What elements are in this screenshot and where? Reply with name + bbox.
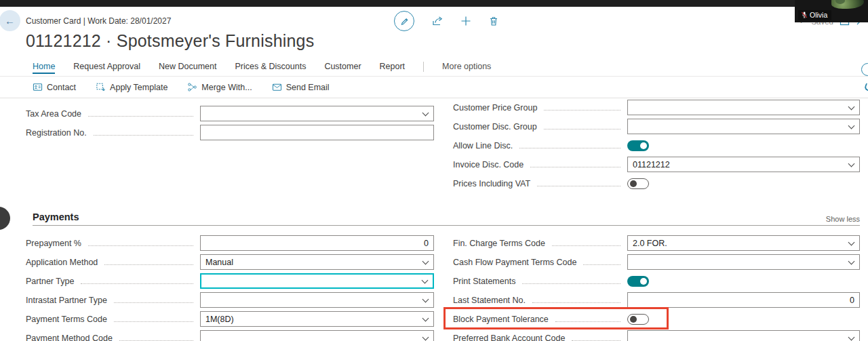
field-row-allow-line-disc: Allow Line Disc. <box>453 138 860 153</box>
action-send-email[interactable]: Send Email <box>272 83 330 92</box>
tab-report[interactable]: Report <box>380 62 406 74</box>
back-button[interactable]: ← <box>0 10 20 31</box>
chevron-down-icon[interactable] <box>422 258 429 264</box>
tab-divider <box>423 62 424 72</box>
chevron-down-icon[interactable] <box>848 122 855 129</box>
field-label-tax-area-code: Tax Area Code <box>26 109 81 119</box>
field-label-cash-flow-payment-terms-code: Cash Flow Payment Terms Code <box>453 258 576 267</box>
chevron-down-icon[interactable] <box>848 334 855 340</box>
action-label: Apply Template <box>110 83 167 92</box>
contact-card-icon <box>33 82 43 92</box>
chevron-down-icon[interactable] <box>422 296 429 302</box>
customer-disc-group-dropdown[interactable] <box>627 119 860 134</box>
invoice-disc-code-dropdown[interactable]: 01121212 <box>627 157 860 172</box>
share-icon[interactable] <box>431 16 443 26</box>
dotted-leader <box>572 335 620 341</box>
tab-new-document[interactable]: New Document <box>159 62 216 74</box>
chevron-down-icon[interactable] <box>422 109 429 116</box>
help-circle-icon-partial[interactable] <box>861 63 868 76</box>
field-label-last-statement-no: Last Statement No. <box>453 296 526 305</box>
page-title: 01121212 · Spotsmeyer's Furnishings <box>26 31 314 51</box>
action-apply-template[interactable]: Apply Template <box>96 82 167 92</box>
field-row-preferred-bank-account-code: Preferred Bank Account Code <box>453 330 860 341</box>
control-slot <box>627 314 860 325</box>
block-payment-tolerance-toggle[interactable] <box>627 314 649 325</box>
field-label-print-statements: Print Statements <box>453 277 515 286</box>
control-slot <box>627 276 860 287</box>
payment-method-code-dropdown[interactable] <box>200 330 434 341</box>
tab-more-options[interactable]: More options <box>442 62 491 74</box>
field-row-payment-terms-code: Payment Terms Code1M(8D) <box>26 311 434 327</box>
chevron-down-icon[interactable] <box>848 103 855 110</box>
chevron-down-icon[interactable] <box>848 160 855 167</box>
dotted-leader <box>114 316 193 322</box>
tab-request-approval[interactable]: Request Approval <box>73 62 140 74</box>
field-label-customer-price-group: Customer Price Group <box>453 103 537 113</box>
field-label-allow-line-disc: Allow Line Disc. <box>453 141 513 151</box>
dotted-leader <box>519 142 620 148</box>
intrastat-partner-type-dropdown[interactable] <box>200 292 434 308</box>
field-label-block-payment-tolerance: Block Payment Tolerance <box>453 315 549 324</box>
field-row-registration-no: Registration No. <box>26 125 434 140</box>
field-row-prepayment: Prepayment %0 <box>26 235 434 251</box>
prices-including-vat-toggle[interactable] <box>627 178 649 189</box>
customer-price-group-dropdown[interactable] <box>627 100 860 115</box>
payments-section-title: Payments <box>33 212 79 222</box>
allow-line-disc-toggle[interactable] <box>627 140 649 151</box>
header-action-icons <box>394 11 499 31</box>
chevron-down-icon[interactable] <box>848 239 855 245</box>
add-plus-icon[interactable] <box>460 16 471 26</box>
chevron-down-icon[interactable] <box>848 258 855 264</box>
partner-type-dropdown[interactable] <box>200 273 434 289</box>
prepayment-input[interactable]: 0 <box>200 235 434 251</box>
dotted-leader <box>530 161 620 167</box>
field-label-prepayment: Prepayment % <box>26 239 81 248</box>
tab-customer[interactable]: Customer <box>324 62 361 74</box>
action-contact[interactable]: Contact <box>33 82 76 92</box>
tab-prices-discounts[interactable]: Prices & Discounts <box>235 62 306 74</box>
fin-charge-terms-code-dropdown[interactable]: 2.0 FOR. <box>627 235 860 251</box>
tax-area-code-dropdown[interactable] <box>200 106 434 121</box>
chevron-down-icon[interactable] <box>422 334 429 340</box>
actionbar-divider-line <box>0 98 868 98</box>
print-statements-toggle[interactable] <box>627 276 649 287</box>
last-statement-no-input[interactable]: 0 <box>627 292 860 308</box>
general-section-right-column: Customer Price GroupCustomer Disc. Group… <box>453 100 860 195</box>
registration-no-input[interactable] <box>200 125 434 140</box>
field-value: 0 <box>205 239 429 248</box>
tab-home[interactable]: Home <box>33 62 55 74</box>
delete-trash-icon[interactable] <box>488 16 499 26</box>
action-bar: ContactApply TemplateMerge With...Send E… <box>33 82 330 92</box>
action-merge-with[interactable]: Merge With... <box>187 82 252 92</box>
field-value: 01121212 <box>633 160 845 169</box>
field-row-tax-area-code: Tax Area Code <box>26 106 434 121</box>
tabs-divider-line <box>0 76 868 77</box>
dotted-leader <box>522 278 620 284</box>
field-row-fin-charge-terms-code: Fin. Charge Terms Code2.0 FOR. <box>453 235 860 251</box>
payments-section-rule <box>33 225 860 226</box>
merge-icon <box>187 82 197 92</box>
floating-circle-partial <box>0 207 10 230</box>
payment-terms-code-dropdown[interactable]: 1M(8D) <box>200 311 434 327</box>
control-slot <box>627 178 860 189</box>
preferred-bank-account-code-dropdown[interactable] <box>627 330 860 341</box>
breadcrumb: Customer Card | Work Date: 28/01/2027 <box>26 16 171 26</box>
dotted-leader <box>583 259 620 265</box>
field-label-preferred-bank-account-code: Preferred Bank Account Code <box>453 334 565 341</box>
dotted-leader <box>88 240 193 246</box>
application-method-dropdown[interactable]: Manual <box>200 254 434 270</box>
chevron-down-icon[interactable] <box>422 315 429 321</box>
field-row-application-method: Application MethodManual <box>26 254 434 270</box>
field-row-customer-price-group: Customer Price Group <box>453 100 860 115</box>
edit-pencil-icon[interactable] <box>394 11 414 31</box>
cash-flow-payment-terms-code-dropdown[interactable] <box>627 254 860 270</box>
chevron-down-icon[interactable] <box>422 277 429 283</box>
toggle-knob <box>640 278 647 285</box>
webcam-participant-name: Olivia <box>810 12 827 19</box>
show-less-link[interactable]: Show less <box>826 215 860 223</box>
action-label: Merge With... <box>201 83 252 92</box>
field-label-prices-including-vat: Prices Including VAT <box>453 179 530 188</box>
field-value: 2.0 FOR. <box>633 239 845 248</box>
edge-partial-icon <box>864 83 868 92</box>
payments-section-right-column: Fin. Charge Terms Code2.0 FOR.Cash Flow … <box>453 235 860 341</box>
